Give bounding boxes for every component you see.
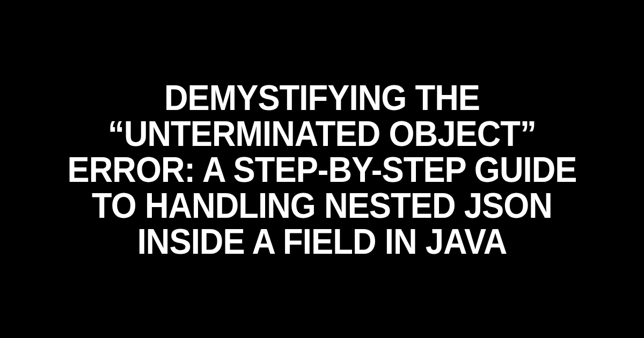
page-title: Demystifying the “Unterminated Object” E… [26, 79, 618, 259]
